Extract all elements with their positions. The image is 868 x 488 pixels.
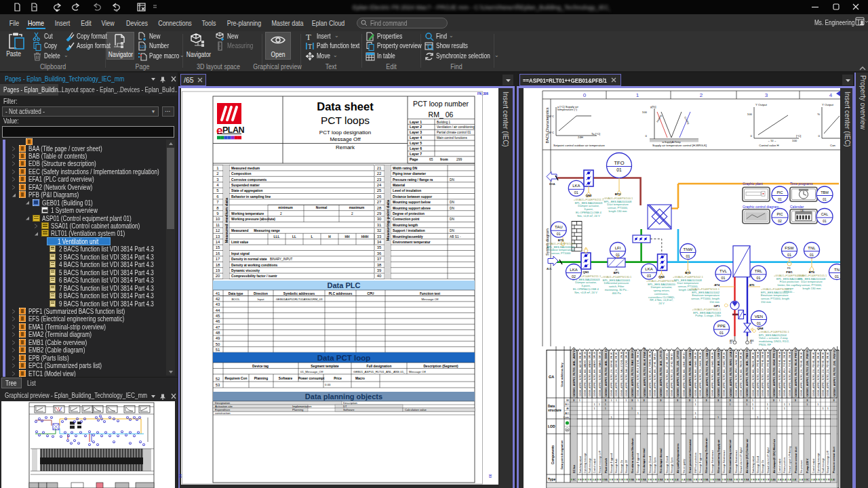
svg-text:Layer 5: Layer 5 (410, 141, 422, 145)
svg-text:1: 1 (757, 416, 758, 419)
svg-text:TFO: TFO (614, 160, 625, 166)
svg-text:27: 27 (377, 200, 382, 204)
svg-text:Layer 2: Layer 2 (410, 125, 422, 129)
svg-text:-BT5: -BT5 (749, 284, 754, 287)
svg-text:Graphic control diagram: Graphic control diagram (743, 205, 778, 209)
svg-text:CPU: CPU (367, 292, 374, 296)
svg-text:Setpoint control outdoor air t: Setpoint control outdoor air temperature (553, 144, 606, 147)
svg-text:DN: DN (450, 178, 454, 182)
svg-text:100: 100 (747, 113, 753, 116)
svg-text:1: 1 (730, 403, 731, 406)
svg-text:Com: Com (564, 415, 570, 419)
svg-text:GEB01_ASP01_RLT01_ZUL_PSV 01: GEB01_ASP01_RLT01_ZUL_PSV 01 (806, 349, 809, 396)
svg-text:3: 3 (765, 92, 768, 98)
svg-text:RM_ 06: RM_ 06 (429, 110, 454, 119)
svg-text:123: 123 (140, 45, 147, 49)
svg-text:GEB01_ASP01_RLT01_ZUL_BSK 02_S: GEB01_ASP01_RLT01_ZUL_BSK 02_SW_01 (610, 352, 613, 396)
svg-text:1: 1 (767, 403, 768, 406)
svg-text:12: 12 (216, 228, 220, 232)
svg-text:1: 1 (694, 403, 696, 406)
svg-text:Pressure rating / flange ra: Pressure rating / flange ra (393, 178, 433, 182)
svg-text:maximum: maximum (349, 206, 364, 209)
svg-text:PCT loops: PCT loops (321, 115, 370, 126)
svg-text:50: 50 (216, 342, 220, 346)
svg-text:Working pressure (absolute): Working pressure (absolute) (231, 218, 275, 221)
svg-text:Data: Data (548, 405, 555, 408)
svg-text:01: 01 (722, 276, 726, 280)
svg-text:Fault message: Fault message (589, 458, 591, 473)
svg-text:64: 64 (178, 474, 182, 478)
svg-text:EHA: EHA (549, 182, 555, 186)
svg-text:1: 1 (789, 403, 790, 406)
svg-text:Data PCT loop: Data PCT loop (317, 354, 371, 362)
svg-text:1: 1 (694, 416, 696, 419)
svg-text:Message On: Message On (620, 460, 623, 473)
svg-text:Software: Software (279, 377, 293, 380)
svg-text:41: 41 (216, 291, 220, 296)
svg-text:Manual alarm LVR digital: Manual alarm LVR digital (767, 447, 770, 473)
svg-text:Supply air temperature control: Supply air temperature control [H,WRG,K] (652, 144, 707, 147)
svg-text:3: 3 (660, 399, 661, 402)
svg-text:GEB01_ASP01_RLT01_ANL_ANS 01_: GEB01_ASP01_RLT01_ANL_ANS 01_ (353, 370, 406, 373)
svg-text:T: T (308, 43, 312, 50)
svg-text:Measured medium data: Measured medium data (224, 197, 229, 243)
svg-text:Air damper(0-10V) Mixed air: Air damper(0-10V) Mixed air (773, 439, 776, 473)
svg-text:47: 47 (216, 325, 220, 329)
svg-text:2: 2 (351, 212, 353, 216)
svg-text:30: 30 (377, 217, 382, 221)
svg-text:6: 6 (216, 195, 219, 199)
svg-text:02: 02 (572, 274, 576, 279)
svg-text:9: 9 (216, 211, 219, 216)
svg-text:24: 24 (377, 183, 382, 187)
svg-text:TVL: TVL (719, 269, 728, 273)
svg-text:400 Pa: 400 Pa (612, 291, 622, 295)
svg-text:Fault message: Fault message (822, 458, 825, 473)
svg-text:GEB01_ASP01_RLT01_ZUL_PSV 01_S: GEB01_ASP01_RLT01_ZUL_PSV 01_SW_01 (812, 352, 815, 396)
svg-text:3: 3 (216, 178, 219, 182)
svg-text:GEB01_ASP01_RLT01_ZUL_PSV 01_S: GEB01_ASP01_RLT01_ZUL_PSV 01_SW_01 (817, 352, 820, 396)
svg-text:Message Triggered: Message Triggered (610, 453, 613, 473)
svg-text:Operating message: Operating message (584, 453, 587, 473)
svg-text:Components: Components (551, 445, 555, 465)
svg-text:GEB01_ASP01_RLT01_ZUL_PSV 01_S: GEB01_ASP01_RLT01_ZUL_PSV 01_SW_01 (800, 352, 803, 396)
svg-text:Message Triggered: Message Triggered (637, 453, 639, 473)
svg-text:Message Closed: Message Closed (666, 456, 669, 473)
svg-text:LKA: LKA (570, 268, 577, 272)
svg-text:PN16, RF: PN16, RF (759, 343, 771, 346)
svg-text:Return position: Return position (783, 458, 786, 473)
svg-text:PPE: PPE (717, 324, 726, 328)
svg-text:GEB01_ASP01_RLT01_HGH_PPE 01_S: GEB01_ASP01_RLT01_HGH_PPE 01_SW_01 (767, 351, 770, 396)
svg-text:Filter monitoring Outdoor air: Filter monitoring Outdoor air (705, 438, 708, 473)
svg-text:Planning: Planning (292, 408, 304, 411)
svg-text:01: 01 (686, 254, 690, 258)
svg-text:Layer 6: Layer 6 (410, 146, 422, 150)
svg-text:01: 01 (778, 198, 782, 201)
svg-text:DN: DN (450, 201, 454, 204)
svg-text:LKA: LKA (645, 267, 652, 271)
svg-text:Density in normal state: Density in normal state (231, 258, 267, 261)
svg-text:100: 100 (642, 110, 648, 114)
svg-text:Control output: Control output (593, 459, 596, 473)
svg-text:Layer 1: Layer 1 (410, 120, 422, 124)
svg-text:Planning: Planning (254, 377, 268, 380)
svg-text:VEN: VEN (755, 314, 763, 319)
svg-text:1: 1 (610, 416, 612, 419)
svg-text:24°C: 24°C (547, 115, 554, 118)
svg-text:01: 01 (835, 274, 839, 279)
svg-text:BI: BI (768, 479, 770, 481)
svg-text:length 130 mm: length 130 mm (802, 287, 821, 290)
svg-text:Main control functions: Main control functions (437, 136, 467, 140)
svg-text:48: 48 (216, 331, 220, 335)
svg-text:3: 3 (689, 399, 690, 402)
svg-text:Message Closed: Message Closed (757, 456, 760, 473)
svg-text:1: 1 (817, 403, 818, 406)
svg-text:GEB01_ASP01_RLT01_POL_LKA 01: GEB01_ASP01_RLT01_POL_LKA 01 (705, 348, 709, 396)
svg-text:1: 1 (823, 407, 824, 410)
svg-text:BC: BC (806, 479, 810, 481)
svg-text:37: 37 (377, 257, 382, 261)
svg-text:21: 21 (377, 166, 382, 170)
svg-text:structure: structure (548, 409, 561, 412)
svg-text:Composition: Composition (231, 172, 251, 176)
svg-text:39: 39 (377, 268, 382, 272)
svg-text:Pressure sensor duct: Pressure sensor duct (795, 446, 797, 473)
